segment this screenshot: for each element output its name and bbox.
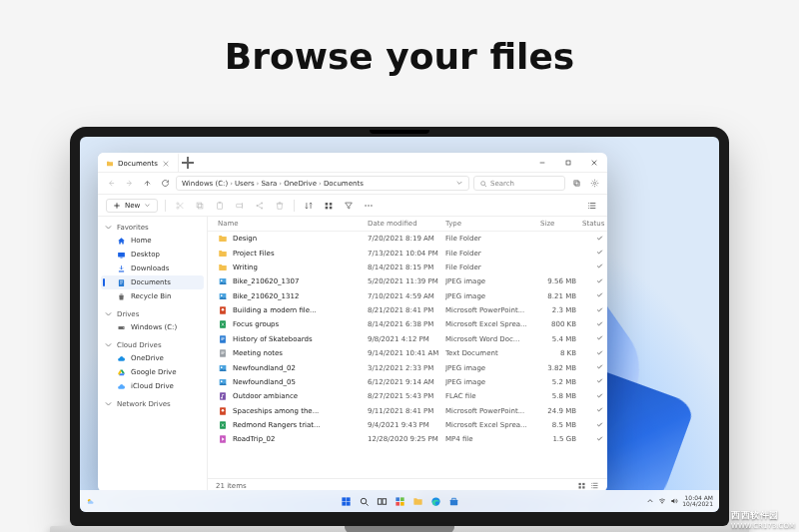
sidebar-item-desktop[interactable]: Desktop — [101, 248, 204, 262]
file-row[interactable]: Focus groups8/14/2021 6:38 PMMicrosoft E… — [208, 317, 607, 331]
sidebar-item-home[interactable]: Home — [101, 234, 204, 248]
details-button[interactable] — [585, 199, 599, 213]
breadcrumb-segment[interactable]: Windows (C:) — [182, 180, 228, 188]
column-header[interactable]: Status — [582, 220, 607, 228]
taskbar-clock[interactable]: 10:04 AM 10/4/2021 — [682, 495, 713, 507]
file-row[interactable]: Building a modern file...8/21/2021 8:41 … — [208, 303, 607, 317]
share-button[interactable] — [253, 199, 267, 213]
widgets-button[interactable] — [394, 495, 405, 507]
file-row[interactable]: Writing8/14/2021 8:15 PMFile Folder — [208, 261, 607, 274]
delete-button[interactable] — [273, 199, 287, 213]
file-row[interactable]: Redmond Rangers triat...9/4/2021 9:43 PM… — [208, 418, 607, 432]
column-header[interactable]: Size — [540, 220, 582, 228]
more-button[interactable] — [362, 199, 376, 213]
chevron-down-icon[interactable] — [455, 179, 463, 189]
breadcrumb-segment[interactable]: OneDrive — [284, 180, 317, 188]
sidebar-item-documents[interactable]: Documents — [101, 275, 204, 289]
file-name: Design — [233, 235, 257, 243]
nav-forward-button[interactable] — [122, 177, 136, 191]
sidebar-group-header[interactable]: Cloud Drives — [98, 338, 207, 351]
file-name: Newfoundland_02 — [233, 364, 296, 372]
breadcrumb-segment[interactable]: Users — [235, 180, 255, 188]
nav-back-button[interactable] — [104, 177, 118, 191]
column-header[interactable]: Date modified — [368, 220, 445, 228]
rename-button[interactable] — [233, 199, 247, 213]
file-size: 5.2 MB — [540, 378, 582, 386]
breadcrumb[interactable]: Windows (C:)›Users›Sara›OneDrive›Documen… — [176, 176, 469, 191]
sort-button[interactable] — [302, 199, 316, 213]
file-row[interactable]: Outdoor ambiance8/27/2021 5:43 PMFLAC fi… — [208, 389, 607, 403]
column-headers[interactable]: NameDate modifiedTypeSizeStatus — [208, 217, 607, 232]
wifi-icon[interactable] — [658, 497, 666, 505]
taskbar-app-explorer[interactable] — [411, 495, 423, 507]
view-small-thumbs-icon[interactable] — [577, 481, 586, 490]
sidebar-item-downloads[interactable]: Downloads — [101, 262, 204, 275]
file-date: 7/20/2021 8:19 AM — [368, 235, 445, 243]
file-row[interactable]: Bike_210620_13075/20/2021 11:39 PMJPEG i… — [208, 274, 607, 288]
file-row[interactable]: Project Files7/13/2021 10:04 PMFile Fold… — [208, 246, 607, 260]
window-tab-documents[interactable]: Documents — [98, 153, 179, 172]
copy-icon — [195, 201, 205, 211]
settings-button[interactable] — [587, 177, 601, 191]
task-view-button[interactable] — [376, 495, 388, 507]
check-icon — [596, 291, 603, 298]
svg-rect-54 — [400, 501, 403, 505]
breadcrumb-segment[interactable]: Documents — [324, 180, 364, 188]
nav-refresh-button[interactable] — [158, 177, 172, 191]
taskbar-app-store[interactable] — [447, 495, 459, 507]
sidebar-group-header[interactable]: Network Drives — [98, 397, 207, 410]
search-input[interactable]: Search — [473, 176, 565, 191]
gear-icon — [590, 179, 599, 188]
breadcrumb-segment[interactable]: Sara — [261, 180, 277, 188]
desktop-icon — [117, 251, 126, 260]
minimize-icon — [538, 159, 546, 167]
taskbar-weather-widget[interactable] — [86, 497, 95, 506]
file-row[interactable]: Meeting notes9/14/2021 10:41 AMText Docu… — [208, 346, 607, 360]
file-row[interactable]: Bike_210620_13127/10/2021 4:59 AMJPEG im… — [208, 289, 607, 303]
laptop-camera-notch — [370, 130, 429, 134]
sound-icon[interactable] — [670, 497, 678, 505]
sidebar-item-icloud-drive[interactable]: iCloud Drive — [101, 379, 204, 393]
close-tab-icon[interactable] — [162, 160, 170, 168]
sidebar-group-header[interactable]: Drives — [98, 307, 207, 320]
file-name: Outdoor ambiance — [233, 392, 298, 400]
column-header[interactable]: Name — [218, 220, 368, 228]
copy-button[interactable] — [193, 199, 207, 213]
file-row[interactable]: RoadTrip_0212/28/2020 9:25 PMMP4 file1.5… — [208, 432, 607, 446]
file-row[interactable]: History of Skateboards9/8/2021 4:12 PMMi… — [208, 332, 607, 346]
new-tab-button[interactable] — [179, 153, 197, 172]
file-row[interactable]: Newfoundland_056/12/2021 9:14 AMJPEG ima… — [208, 375, 607, 389]
new-button[interactable]: New — [106, 199, 158, 213]
sidebar-group-label: Drives — [117, 310, 139, 318]
start-button[interactable] — [340, 495, 352, 507]
maximize-button[interactable] — [555, 153, 581, 172]
filter-button[interactable] — [342, 199, 356, 213]
sidebar-item-recycle-bin[interactable]: Recycle Bin — [101, 289, 204, 303]
image-icon — [218, 363, 228, 373]
chevron-up-icon[interactable] — [646, 497, 654, 505]
view-details-icon[interactable] — [590, 481, 599, 490]
file-row[interactable]: Design7/20/2021 8:19 AMFile Folder — [208, 232, 607, 246]
view-button[interactable] — [322, 199, 336, 213]
taskbar-app-edge[interactable] — [429, 495, 441, 507]
nav-up-button[interactable] — [140, 177, 154, 191]
sidebar-group-header[interactable]: Favorites — [98, 221, 207, 234]
sidebar-item-windows-c-[interactable]: Windows (C:) — [101, 320, 204, 334]
sidebar-item-onedrive[interactable]: OneDrive — [101, 351, 204, 365]
file-size: 8.5 MB — [540, 421, 582, 429]
svg-rect-52 — [400, 497, 403, 501]
xls-icon — [218, 420, 228, 430]
minimize-button[interactable] — [529, 153, 555, 172]
sidebar-item-google-drive[interactable]: Google Drive — [101, 365, 204, 379]
cut-button[interactable] — [173, 199, 187, 213]
file-date: 8/27/2021 5:43 PM — [368, 392, 445, 400]
preview-pane-button[interactable] — [569, 177, 583, 191]
system-tray[interactable]: 10:04 AM 10/4/2021 — [646, 495, 713, 507]
paste-button[interactable] — [213, 199, 227, 213]
column-header[interactable]: Type — [445, 220, 540, 228]
file-row[interactable]: Newfoundland_023/12/2021 2:33 PMJPEG ima… — [208, 360, 607, 374]
taskbar-search-button[interactable] — [358, 495, 370, 507]
ppt-icon — [218, 406, 228, 416]
file-row[interactable]: Spaceships among the...9/11/2021 8:41 PM… — [208, 404, 607, 418]
close-window-button[interactable] — [581, 153, 607, 172]
